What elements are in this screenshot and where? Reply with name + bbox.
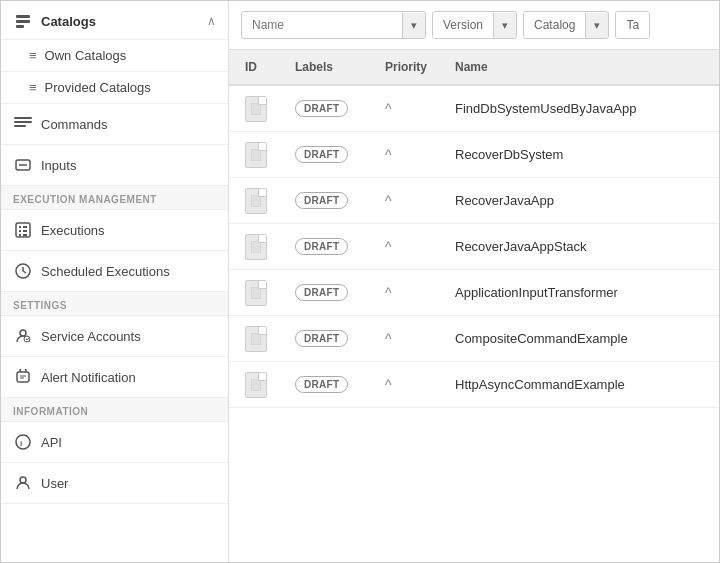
tag-label: Ta: [616, 12, 649, 38]
version-filter: Version ▾: [432, 11, 517, 39]
doc-icon-1: [245, 142, 267, 168]
sidebar-item-user[interactable]: User: [1, 463, 228, 504]
svg-rect-14: [17, 372, 29, 382]
table-row[interactable]: DRAFT ^ RecoverDbSystem: [229, 132, 719, 178]
sidebar-catalogs-header[interactable]: Catalogs ∧: [1, 1, 228, 40]
priority-icon-1: ^: [385, 147, 392, 163]
draft-badge-2: DRAFT: [295, 192, 348, 209]
draft-badge-3: DRAFT: [295, 238, 348, 255]
api-label: API: [41, 435, 62, 450]
cell-id-1: [241, 134, 291, 176]
table-row[interactable]: DRAFT ^ RecoverJavaAppStack: [229, 224, 719, 270]
catalogs-chevron: ∧: [207, 14, 216, 28]
table-row[interactable]: DRAFT ^ ApplicationInputTransformer: [229, 270, 719, 316]
commands-label: Commands: [41, 117, 107, 132]
catalog-label: Catalog: [524, 12, 585, 38]
service-accounts-label: Service Accounts: [41, 329, 141, 344]
tag-filter: Ta: [615, 11, 650, 39]
cell-name-4: ApplicationInputTransformer: [451, 277, 707, 308]
svg-point-13: [24, 336, 30, 342]
svg-rect-25: [251, 333, 261, 345]
sidebar-item-commands[interactable]: Commands: [1, 104, 228, 145]
sidebar-item-inputs[interactable]: Inputs: [1, 145, 228, 186]
sidebar-item-own-catalogs[interactable]: ≡ Own Catalogs: [1, 40, 228, 72]
svg-rect-3: [14, 117, 32, 119]
sidebar-item-api[interactable]: i API: [1, 422, 228, 463]
doc-icon-2: [245, 188, 267, 214]
list-icon-2: ≡: [29, 80, 37, 95]
doc-icon-0: [245, 96, 267, 122]
doc-icon-3: [245, 234, 267, 260]
sidebar-item-alert-notification[interactable]: Alert Notification: [1, 357, 228, 398]
draft-badge-5: DRAFT: [295, 330, 348, 347]
provided-catalogs-label: Provided Catalogs: [45, 80, 151, 95]
cell-label-2: DRAFT: [291, 184, 381, 217]
sidebar-item-executions[interactable]: Executions: [1, 210, 228, 251]
catalog-dropdown-button[interactable]: ▾: [585, 13, 608, 38]
executions-label: Executions: [41, 223, 105, 238]
cell-id-5: [241, 318, 291, 360]
alert-notification-label: Alert Notification: [41, 370, 136, 385]
svg-rect-21: [251, 149, 261, 161]
name-filter-input[interactable]: [242, 12, 402, 38]
table-body: DRAFT ^ FindDbSystemUsedByJavaApp DRAFT …: [229, 86, 719, 408]
cell-id-0: [241, 88, 291, 130]
commands-icon: [13, 114, 33, 134]
table-header: ID Labels Priority Name: [229, 50, 719, 86]
doc-icon-6: [245, 372, 267, 398]
cell-priority-3: ^: [381, 231, 451, 263]
cell-name-2: RecoverJavaApp: [451, 185, 707, 216]
cell-priority-2: ^: [381, 185, 451, 217]
name-filter[interactable]: ▾: [241, 11, 426, 39]
draft-badge-1: DRAFT: [295, 146, 348, 163]
cell-priority-5: ^: [381, 323, 451, 355]
cell-label-3: DRAFT: [291, 230, 381, 263]
svg-rect-26: [251, 379, 261, 391]
priority-icon-0: ^: [385, 101, 392, 117]
cell-label-5: DRAFT: [291, 322, 381, 355]
cell-priority-4: ^: [381, 277, 451, 309]
priority-icon-4: ^: [385, 285, 392, 301]
draft-badge-0: DRAFT: [295, 100, 348, 117]
list-icon: ≡: [29, 48, 37, 63]
main-content: ▾ Version ▾ Catalog ▾ Ta ID Labels Prior…: [229, 1, 719, 562]
cell-id-3: [241, 226, 291, 268]
cell-label-0: DRAFT: [291, 92, 381, 125]
name-filter-dropdown-button[interactable]: ▾: [402, 13, 425, 38]
api-icon: i: [13, 432, 33, 452]
cell-label-1: DRAFT: [291, 138, 381, 171]
header-name: Name: [451, 56, 707, 78]
priority-icon-6: ^: [385, 377, 392, 393]
table-row[interactable]: DRAFT ^ FindDbSystemUsedByJavaApp: [229, 86, 719, 132]
svg-rect-1: [16, 20, 30, 23]
cell-priority-1: ^: [381, 139, 451, 171]
sidebar-item-scheduled-executions[interactable]: Scheduled Executions: [1, 251, 228, 292]
svg-point-19: [20, 477, 26, 483]
execution-management-group-label: EXECUTION MANAGEMENT: [1, 186, 228, 210]
inputs-icon: [13, 155, 33, 175]
header-priority: Priority: [381, 56, 451, 78]
version-label: Version: [433, 12, 493, 38]
svg-rect-24: [251, 287, 261, 299]
svg-rect-5: [14, 125, 26, 127]
table-container: ID Labels Priority Name DRAFT ^ FindDbSy…: [229, 50, 719, 562]
catalogs-title-wrap: Catalogs: [13, 11, 96, 31]
sidebar-item-provided-catalogs[interactable]: ≡ Provided Catalogs: [1, 72, 228, 104]
header-labels: Labels: [291, 56, 381, 78]
cell-name-6: HttpAsyncCommandExample: [451, 369, 707, 400]
settings-group-label: SETTINGS: [1, 292, 228, 316]
catalog-filter: Catalog ▾: [523, 11, 609, 39]
table-row[interactable]: DRAFT ^ HttpAsyncCommandExample: [229, 362, 719, 408]
table-row[interactable]: DRAFT ^ CompositeCommandExample: [229, 316, 719, 362]
svg-text:i: i: [20, 439, 22, 448]
table-row[interactable]: DRAFT ^ RecoverJavaApp: [229, 178, 719, 224]
draft-badge-4: DRAFT: [295, 284, 348, 301]
scheduled-executions-label: Scheduled Executions: [41, 264, 170, 279]
cell-id-6: [241, 364, 291, 406]
cell-id-4: [241, 272, 291, 314]
version-dropdown-button[interactable]: ▾: [493, 13, 516, 38]
svg-rect-2: [16, 25, 24, 28]
sidebar-item-service-accounts[interactable]: Service Accounts: [1, 316, 228, 357]
cell-priority-6: ^: [381, 369, 451, 401]
user-label: User: [41, 476, 68, 491]
